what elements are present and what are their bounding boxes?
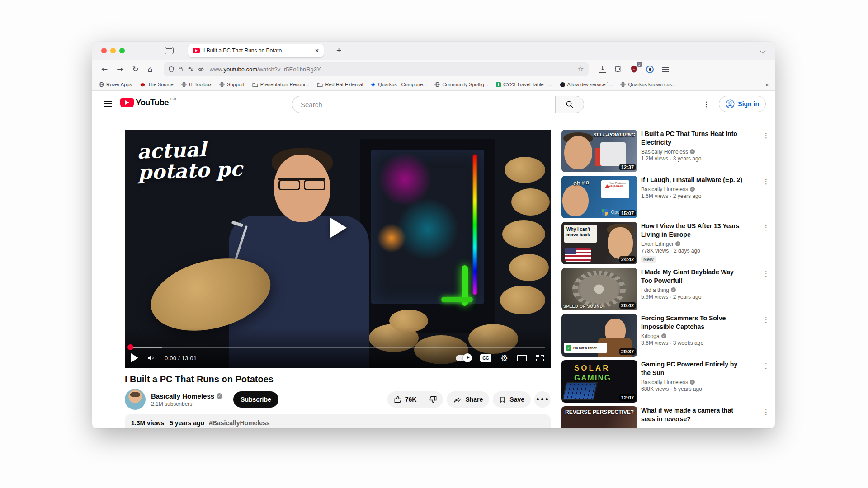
settings-gear-icon[interactable]: ⚙	[500, 354, 508, 362]
search-input[interactable]	[292, 96, 555, 113]
bookmark-item[interactable]: Community Spotlig...	[434, 82, 488, 87]
youtube-logo[interactable]: YouTube GB	[120, 98, 176, 107]
more-actions-button[interactable]: •••	[534, 391, 551, 408]
video-player[interactable]: actual potato pc 0:00 / 13:01	[125, 130, 551, 368]
related-video-channel[interactable]: Basically Homeless✓	[641, 186, 743, 192]
channel-name[interactable]: Basically Homeless ✓	[151, 392, 222, 400]
video-kebab-icon[interactable]: ⋮	[763, 131, 769, 140]
dislike-button[interactable]	[423, 395, 443, 404]
related-video-channel[interactable]: I did a thing✓	[641, 287, 743, 293]
tab-list-chevron-icon[interactable]	[760, 48, 766, 54]
tracker-shield-extension-icon[interactable]: w 3	[628, 63, 640, 75]
tab-close-icon[interactable]: ✕	[315, 47, 319, 54]
permissions-sliders-icon[interactable]	[187, 66, 194, 72]
header-kebab-icon[interactable]: ⋮	[703, 100, 710, 108]
related-videos-sidebar: SELF-POWERING 12:37 I Built a PC That Tu…	[561, 130, 769, 428]
video-kebab-icon[interactable]: ⋮	[763, 224, 769, 232]
firefox-view-icon[interactable]	[165, 47, 174, 54]
close-window-button[interactable]	[101, 48, 107, 53]
video-title: I Built a PC That Runs on Potatoes	[125, 374, 551, 385]
related-video-title[interactable]: How I View the US After 13 Years Living …	[641, 222, 743, 239]
bookmark-item[interactable]: Rover Apps	[99, 82, 132, 87]
subscribe-button[interactable]: Subscribe	[233, 391, 278, 408]
related-video-item[interactable]: SELF-POWERING 12:37 I Built a PC That Tu…	[561, 130, 769, 172]
bookmark-item[interactable]: Quarkus known cus...	[620, 82, 676, 87]
onepassword-icon[interactable]	[644, 63, 656, 75]
video-thumbnail[interactable]: SOLAR GAMING 12:07	[561, 360, 637, 403]
related-video-item[interactable]: Why I can't move back 24:42 How I View t…	[561, 222, 769, 264]
share-button[interactable]: Share	[447, 391, 489, 408]
menu-hamburger-icon[interactable]	[660, 63, 672, 75]
related-video-meta: 1.6M views · 2 years ago	[641, 193, 743, 199]
video-thumbnail[interactable]: SELF-POWERING 12:37	[561, 130, 637, 172]
hashtag-link[interactable]: #BasicallyHomeless	[209, 419, 270, 427]
theater-mode-button[interactable]	[517, 355, 527, 361]
back-button[interactable]: ←	[97, 65, 112, 74]
maximize-window-button[interactable]	[119, 48, 125, 53]
search-button[interactable]	[555, 96, 584, 113]
play-overlay-icon[interactable]	[330, 218, 347, 238]
related-video-channel[interactable]: Kitboga✓	[641, 333, 743, 339]
reload-button[interactable]: ↻	[128, 65, 143, 74]
video-thumbnail[interactable]: REVERSE PERSPECTIVE?	[561, 406, 637, 428]
active-tab[interactable]: I Built a PC That Runs on Potato ✕	[188, 44, 324, 57]
related-video-item[interactable]: SPEED OF SOUND 20:42 I Made My Giant Bey…	[561, 268, 769, 310]
downloads-icon[interactable]	[597, 63, 609, 75]
bookmarks-overflow-chevron[interactable]: »	[765, 81, 769, 88]
video-thumbnail[interactable]: oh no Your IP Address138.68.203.98 Open …	[561, 176, 637, 218]
extensions-puzzle-icon[interactable]	[613, 63, 624, 75]
video-kebab-icon[interactable]: ⋮	[763, 408, 769, 416]
related-video-item[interactable]: ✓I'm not a robot 29:37 Forcing Scammers …	[561, 314, 769, 357]
save-button[interactable]: Save	[493, 391, 531, 408]
home-button[interactable]: ⌂	[143, 65, 157, 74]
forward-button[interactable]: →	[112, 65, 127, 74]
globe-icon	[620, 82, 626, 87]
lock-icon[interactable]	[178, 66, 184, 72]
bookmark-item[interactable]: IT Toolbox	[181, 82, 212, 87]
url-bar[interactable]: www.youtube.com/watch?v=r5Ee1bnRg3Y ☆	[164, 62, 589, 76]
bookmark-star-icon[interactable]: ☆	[578, 65, 584, 73]
video-kebab-icon[interactable]: ⋮	[763, 270, 769, 278]
bookmark-item[interactable]: The Source	[140, 82, 174, 87]
blocked-eye-icon[interactable]	[198, 66, 204, 72]
video-thumbnail[interactable]: SPEED OF SOUND 20:42	[561, 268, 637, 310]
new-tab-button[interactable]: +	[334, 46, 344, 56]
video-thumbnail[interactable]: Why I can't move back 24:42	[561, 222, 637, 264]
related-video-item[interactable]: SOLAR GAMING 12:07 Gaming PC Powered Ent…	[561, 360, 769, 403]
video-thumbnail[interactable]: ✓I'm not a robot 29:37	[561, 314, 637, 357]
bookmark-item[interactable]: Presentation Resour...	[252, 82, 310, 87]
related-video-title[interactable]: If I Laugh, I Install Malware (Ep. 2)	[641, 176, 743, 184]
like-button[interactable]: 76K	[387, 395, 423, 404]
related-video-title[interactable]: I Built a PC That Turns Heat Into Electr…	[641, 130, 743, 147]
related-video-channel[interactable]: Evan Edinger✓	[641, 241, 743, 247]
volume-icon[interactable]	[146, 353, 156, 362]
related-video-title[interactable]: Gaming PC Powered Entirely by the Sun	[641, 360, 743, 377]
video-kebab-icon[interactable]: ⋮	[763, 178, 769, 186]
minimize-window-button[interactable]	[110, 48, 116, 53]
sign-in-button[interactable]: Sign in	[719, 96, 766, 112]
window-controls	[101, 48, 125, 53]
bookmark-item[interactable]: Allow dev service `...	[560, 82, 613, 87]
video-overlay-text: actual potato pc	[137, 138, 243, 183]
fullscreen-button[interactable]	[536, 355, 544, 361]
bookmark-item[interactable]: Support	[219, 82, 245, 87]
related-video-title[interactable]: What if we made a camera that sees in re…	[641, 406, 743, 423]
channel-avatar[interactable]	[125, 389, 146, 410]
related-video-item[interactable]: REVERSE PERSPECTIVE? What if we made a c…	[561, 406, 769, 428]
description-box[interactable]: 1.3M views 5 years ago #BasicallyHomeles…	[125, 414, 551, 428]
shield-icon[interactable]	[168, 66, 175, 73]
related-video-item[interactable]: oh no Your IP Address138.68.203.98 Open …	[561, 176, 769, 218]
play-button[interactable]	[131, 353, 138, 362]
related-video-channel[interactable]: Basically Homeless✓	[641, 379, 743, 385]
related-video-channel[interactable]: Basically Homeless✓	[641, 149, 743, 155]
bookmark-item[interactable]: Red Hat External	[317, 82, 363, 87]
related-video-title[interactable]: Forcing Scammers To Solve Impossible Cap…	[641, 314, 743, 331]
video-kebab-icon[interactable]: ⋮	[763, 362, 769, 370]
video-kebab-icon[interactable]: ⋮	[763, 316, 769, 324]
captions-button[interactable]: CC	[480, 354, 491, 362]
related-video-title[interactable]: I Made My Giant Beyblade Way Too Powerfu…	[641, 268, 743, 285]
autoplay-toggle[interactable]	[456, 355, 471, 361]
bookmark-item[interactable]: CY23 Travel Table - ...	[496, 82, 552, 87]
bookmark-item[interactable]: Quarkus - Compone...	[371, 82, 427, 87]
guide-hamburger-icon[interactable]	[104, 101, 112, 107]
